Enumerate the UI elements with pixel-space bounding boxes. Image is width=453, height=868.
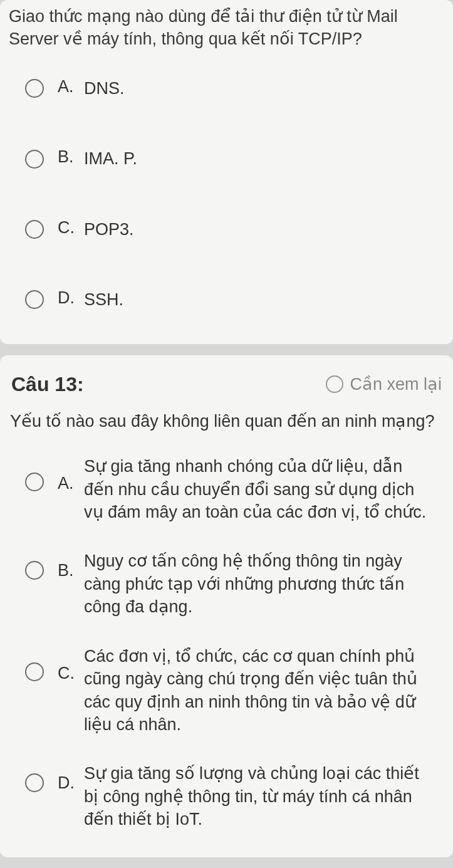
- review-toggle[interactable]: Cần xem lại: [326, 374, 442, 394]
- option-text: IMA. P.: [84, 147, 137, 170]
- review-label: Cần xem lại: [350, 374, 442, 394]
- question-prompt: Yếu tố nào sau đây không liên quan đến a…: [6, 404, 447, 446]
- option-letter: B.: [58, 561, 76, 580]
- option-body: C. POP3.: [58, 218, 435, 241]
- option-letter: A.: [58, 474, 76, 493]
- option-letter: C.: [58, 664, 76, 683]
- option-text: SSH.: [84, 288, 123, 311]
- radio-icon: [25, 290, 44, 309]
- option-body: B. Nguy cơ tấn công hệ thống thông tin n…: [58, 550, 435, 618]
- option-a[interactable]: A. Sự gia tăng nhanh chóng của dữ liệu, …: [6, 446, 447, 532]
- question-prompt: Giao thức mạng nào dùng để tải thư điện …: [6, 5, 447, 51]
- option-letter: A.: [58, 77, 76, 97]
- option-text: Sự gia tăng số lượng và chủng loại các t…: [84, 762, 435, 830]
- radio-icon: [25, 473, 44, 491]
- radio-icon: [25, 773, 44, 792]
- option-text: DNS.: [84, 77, 125, 100]
- radio-icon: [25, 561, 44, 580]
- option-body: D. Sự gia tăng số lượng và chủng loại cá…: [58, 762, 435, 830]
- question-header: Câu 13: Cần xem lại: [6, 360, 447, 404]
- option-b[interactable]: B. IMA. P.: [6, 139, 447, 179]
- question-card-12: Giao thức mạng nào dùng để tải thư điện …: [0, 0, 453, 344]
- option-c[interactable]: C. Các đơn vị, tổ chức, các cơ quan chín…: [6, 636, 447, 745]
- question-card-13: Câu 13: Cần xem lại Yếu tố nào sau đây k…: [0, 355, 453, 857]
- option-text: POP3.: [84, 218, 134, 241]
- radio-icon: [25, 79, 44, 98]
- radio-icon: [25, 220, 44, 239]
- circle-icon: [326, 375, 343, 393]
- option-a[interactable]: A. DNS.: [6, 68, 447, 108]
- option-text: Nguy cơ tấn công hệ thống thông tin ngày…: [84, 550, 435, 618]
- option-letter: C.: [58, 218, 76, 238]
- option-letter: B.: [58, 147, 76, 167]
- option-body: A. Sự gia tăng nhanh chóng của dữ liệu, …: [58, 455, 435, 523]
- option-c[interactable]: C. POP3.: [6, 209, 447, 249]
- option-b[interactable]: B. Nguy cơ tấn công hệ thống thông tin n…: [6, 541, 447, 627]
- option-body: B. IMA. P.: [58, 147, 435, 170]
- option-d[interactable]: D. SSH.: [6, 280, 447, 320]
- option-body: A. DNS.: [58, 77, 435, 100]
- question-number: Câu 13:: [11, 373, 84, 396]
- radio-icon: [25, 662, 44, 681]
- radio-icon: [25, 150, 44, 169]
- option-letter: D.: [58, 773, 76, 793]
- option-letter: D.: [58, 288, 76, 308]
- option-body: C. Các đơn vị, tổ chức, các cơ quan chín…: [58, 645, 435, 736]
- option-body: D. SSH.: [58, 288, 435, 311]
- option-text: Sự gia tăng nhanh chóng của dữ liệu, dẫn…: [84, 455, 435, 523]
- option-text: Các đơn vị, tổ chức, các cơ quan chính p…: [84, 645, 435, 736]
- option-d[interactable]: D. Sự gia tăng số lượng và chủng loại cá…: [6, 753, 447, 839]
